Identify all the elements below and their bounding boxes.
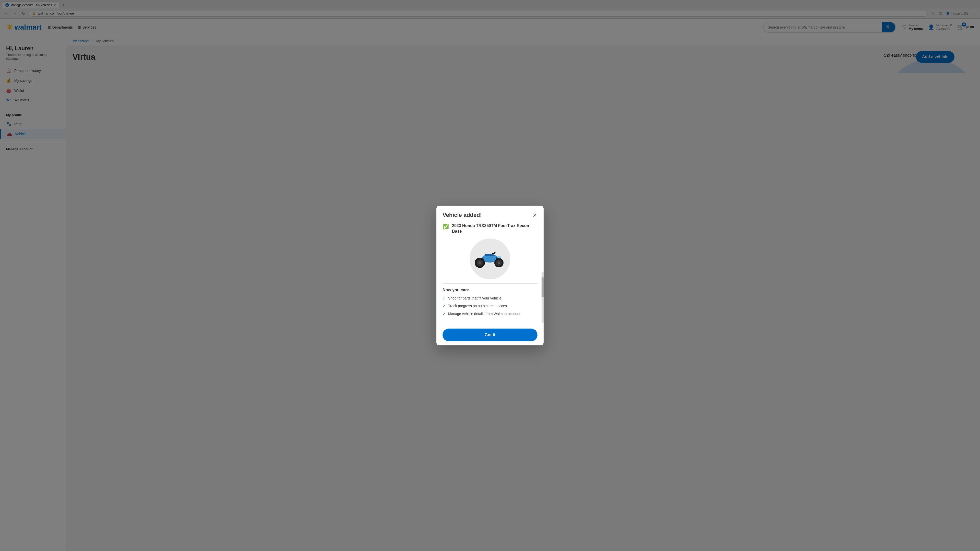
modal-scrollbar[interactable] xyxy=(542,272,544,323)
svg-point-20 xyxy=(479,262,481,264)
svg-point-17 xyxy=(498,262,500,264)
svg-line-22 xyxy=(492,253,496,254)
svg-rect-21 xyxy=(498,256,501,259)
benefit-list: ✓ Shop for parts that fit your vehicle ✓… xyxy=(442,296,538,317)
vehicle-image-container xyxy=(442,238,538,279)
now-you-can-title: Now you can: xyxy=(442,288,538,292)
benefit-check-icon-2: ✓ xyxy=(442,304,445,309)
modal-close-button[interactable]: ✕ xyxy=(532,212,538,219)
benefit-item-3: ✓ Manage vehicle details from Walmart ac… xyxy=(442,311,538,317)
modal-scroll-thumb[interactable] xyxy=(542,277,544,297)
benefit-item-1: ✓ Shop for parts that fit your vehicle xyxy=(442,296,538,301)
benefit-check-icon-3: ✓ xyxy=(442,312,445,317)
modal-footer: Got it xyxy=(436,324,544,345)
svg-rect-12 xyxy=(485,254,494,256)
vehicle-name: 2023 Honda TRX250TM FourTrax Recon Base xyxy=(452,223,538,234)
modal-body: ✅ 2023 Honda TRX250TM FourTrax Recon Bas… xyxy=(436,223,544,324)
benefit-text-3: Manage vehicle details from Walmart acco… xyxy=(448,311,520,317)
benefit-text-1: Shop for parts that fit your vehicle xyxy=(448,296,501,301)
benefit-item-2: ✓ Track progress on auto care services xyxy=(442,303,538,309)
vehicle-check-icon: ✅ xyxy=(442,224,449,230)
vehicle-atv-illustration xyxy=(473,246,507,272)
benefit-check-icon-1: ✓ xyxy=(442,296,445,301)
vehicle-added-modal: Vehicle added! ✕ ✅ 2023 Honda TRX250TM F… xyxy=(436,206,544,346)
modal-header: Vehicle added! ✕ xyxy=(436,206,544,223)
benefit-text-2: Track progress on auto care services xyxy=(448,303,507,309)
vehicle-image-circle xyxy=(469,238,511,279)
got-it-button[interactable]: Got it xyxy=(442,329,538,341)
modal-divider xyxy=(442,283,538,284)
modal-overlay[interactable]: Vehicle added! ✕ ✅ 2023 Honda TRX250TM F… xyxy=(0,0,980,551)
vehicle-confirmed: ✅ 2023 Honda TRX250TM FourTrax Recon Bas… xyxy=(442,223,538,234)
modal-title: Vehicle added! xyxy=(442,212,482,218)
